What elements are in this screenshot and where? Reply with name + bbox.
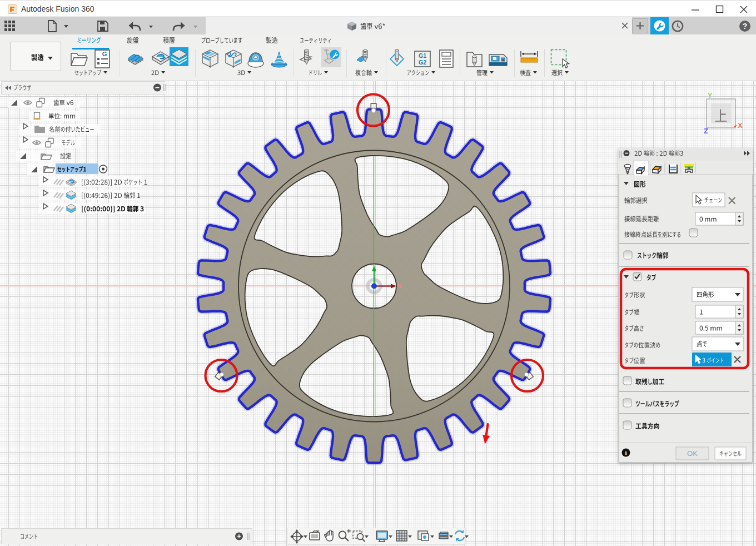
svg-text:OK: OK xyxy=(687,449,698,458)
svg-text:i: i xyxy=(625,449,626,456)
